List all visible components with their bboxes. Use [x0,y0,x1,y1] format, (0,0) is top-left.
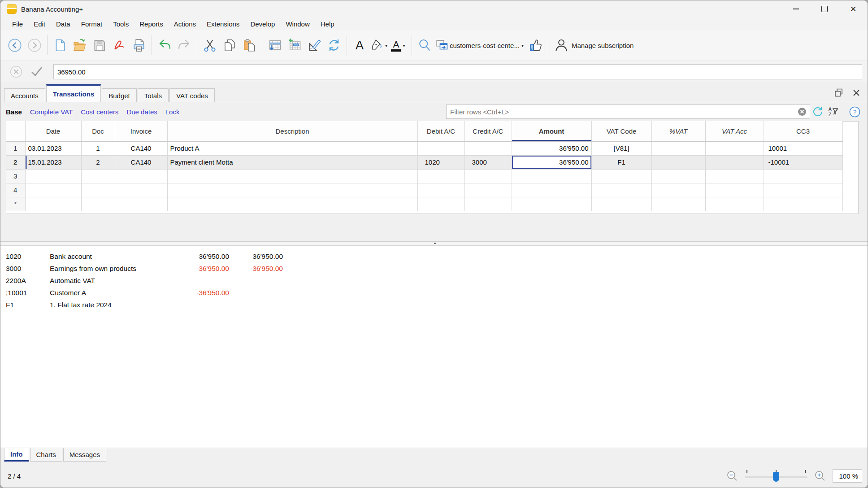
float-window-icon[interactable] [833,87,844,98]
cell-date[interactable]: 03.01.2023 [25,141,81,155]
tab-vat-codes[interactable]: VAT codes [169,88,215,102]
cell-debit[interactable] [417,183,464,197]
col-header-date[interactable]: Date [25,121,81,141]
cell-credit[interactable]: 3000 [464,155,512,169]
recalculate-button[interactable] [324,35,344,56]
col-header-pct-vat[interactable]: %VAT [651,121,705,141]
col-header-credit[interactable]: Credit A/C [464,121,512,141]
view-lock[interactable]: Lock [165,108,180,116]
cell-debit[interactable] [417,169,464,183]
paste-button[interactable] [239,35,259,56]
open-file-button[interactable] [70,35,90,56]
cell-cc3[interactable] [764,169,842,183]
cell-invoice[interactable]: CA140 [115,141,167,155]
view-base[interactable]: Base [6,108,22,116]
cell-amount[interactable] [512,183,591,197]
menu-item-file[interactable]: File [7,19,28,29]
cell-description[interactable]: Payment client Motta [167,155,417,169]
cell-amount[interactable]: 36'950.00 [512,141,591,155]
sort-filter-button[interactable]: AZ [825,105,841,118]
design-button[interactable] [304,35,324,56]
back-button[interactable] [5,35,25,56]
menu-item-develop[interactable]: Develop [245,19,280,29]
font-color-button[interactable]: A ▾ [389,35,409,56]
cell-description[interactable]: Product A [167,141,417,155]
cell-amount-selected[interactable]: 36'950.00 [512,155,591,169]
cell-date[interactable] [25,197,81,211]
cell-vat-code[interactable] [591,183,651,197]
cut-button[interactable] [200,35,220,56]
row-number[interactable]: * [6,197,25,211]
cell-debit[interactable]: 1020 [417,155,464,169]
cell-pct-vat[interactable] [651,183,705,197]
menu-item-window[interactable]: Window [280,19,315,29]
formula-input[interactable] [53,64,862,79]
col-header-description[interactable]: Description [167,121,417,141]
cell-doc[interactable] [81,183,115,197]
accept-edit-button[interactable] [26,64,47,80]
cell-invoice[interactable] [115,197,167,211]
cell-vat-acc[interactable] [705,155,764,169]
redo-button[interactable] [174,35,194,56]
col-header-invoice[interactable]: Invoice [115,121,167,141]
col-header-doc[interactable]: Doc [81,121,115,141]
menu-item-format[interactable]: Format [76,19,108,29]
tab-budget[interactable]: Budget [102,88,137,102]
filter-refresh-button[interactable] [810,105,825,118]
export-pdf-button[interactable] [109,35,129,56]
cell-cc3[interactable]: 10001 [764,141,842,155]
tab-totals[interactable]: Totals [138,88,169,102]
row-number[interactable]: 3 [6,169,25,183]
insert-rows-button[interactable] [265,35,285,56]
fill-color-button[interactable]: ▾ [369,35,389,56]
cell-date[interactable]: 15.01.2023 [25,155,81,169]
col-header-vat-code[interactable]: VAT Code [591,121,651,141]
cell-invoice[interactable]: CA140 [115,155,167,169]
cell-cc3[interactable] [764,183,842,197]
col-header-cc3[interactable]: CC3 [764,121,842,141]
menu-item-extensions[interactable]: Extensions [201,19,245,29]
tab-transactions[interactable]: Transactions [46,84,101,102]
like-button[interactable] [525,35,545,56]
cell-vat-code[interactable] [591,169,651,183]
filter-rows-input[interactable] [447,108,794,116]
cell-vat-acc[interactable] [705,169,764,183]
cell-cc3[interactable] [764,197,842,211]
cell-credit[interactable] [464,197,512,211]
tab-accounts[interactable]: Accounts [4,88,45,102]
document-selector[interactable]: customers-cost-cente... ▾ [434,38,525,53]
cell-doc[interactable] [81,197,115,211]
cell-invoice[interactable] [115,169,167,183]
zoom-level-field[interactable]: 100 % [833,469,862,483]
cell-debit[interactable] [417,197,464,211]
undo-button[interactable] [155,35,174,56]
print-button[interactable] [129,35,149,56]
font-button[interactable]: A [350,35,369,56]
cell-amount[interactable] [512,197,591,211]
cell-invoice[interactable] [115,183,167,197]
cell-credit[interactable] [464,169,512,183]
cell-pct-vat[interactable] [651,197,705,211]
zoom-in-icon[interactable] [814,470,826,482]
cell-cc3[interactable]: -10001 [764,155,842,169]
tab-messages[interactable]: Messages [63,448,106,462]
cell-description[interactable] [167,183,417,197]
new-file-button[interactable] [50,35,70,56]
cell-vat-code[interactable] [591,197,651,211]
filter-clear-button[interactable] [794,105,810,118]
cell-pct-vat[interactable] [651,141,705,155]
cell-date[interactable] [25,183,81,197]
menu-item-reports[interactable]: Reports [134,19,169,29]
menu-item-data[interactable]: Data [51,19,76,29]
col-header-debit[interactable]: Debit A/C [417,121,464,141]
cell-vat-acc[interactable] [705,141,764,155]
cell-credit[interactable] [464,141,512,155]
cell-description[interactable] [167,169,417,183]
close-button[interactable]: ✕ [839,0,868,17]
maximize-button[interactable] [810,0,839,17]
col-header-amount[interactable]: Amount [512,121,591,141]
menu-item-help[interactable]: Help [315,19,340,29]
slider-handle[interactable] [773,472,779,482]
cell-amount[interactable] [512,169,591,183]
row-number[interactable]: 1 [6,141,25,155]
